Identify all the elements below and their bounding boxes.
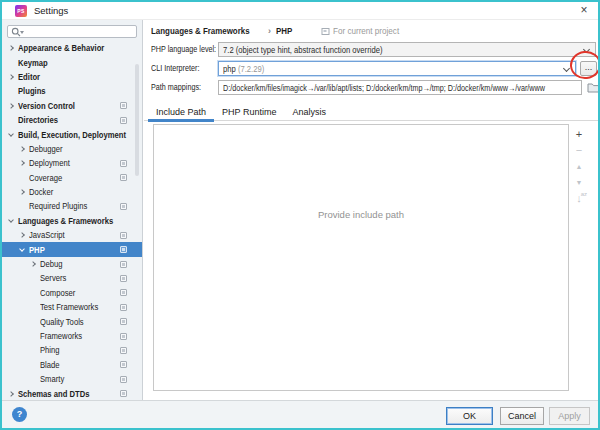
sidebar-item-label: Composer [40, 288, 75, 298]
language-level-select[interactable]: 7.2 (object type hint, abstract function… [218, 42, 596, 57]
tree-spacer [9, 61, 13, 65]
sidebar-item-label: Plugins [18, 86, 46, 96]
sidebar-item-label: Appearance & Behavior [18, 43, 104, 53]
sidebar-item-composer[interactable]: Composer [2, 286, 142, 300]
sidebar-item-docker[interactable]: Docker [2, 185, 142, 199]
sidebar-item-label: PHP [29, 245, 45, 255]
sidebar-item-plugins[interactable]: Plugins [2, 84, 142, 98]
tree-spacer [31, 305, 35, 309]
cli-interpreter-label: CLI Interpreter: [151, 63, 199, 73]
path-mappings-value: D:/docker/km/files/imagick→/var/lib/apt/… [223, 81, 545, 95]
language-level-label: PHP language level: [151, 44, 216, 54]
chevron-right-icon[interactable] [19, 146, 25, 152]
modified-indicator-icon [120, 289, 127, 296]
tree-spacer [31, 320, 35, 324]
modified-indicator-icon [120, 203, 127, 210]
ok-button[interactable]: OK [446, 407, 493, 425]
sidebar-item-debug[interactable]: Debug [2, 257, 142, 271]
chevron-right-icon[interactable] [19, 189, 25, 195]
sidebar-item-label: Version Control [18, 101, 75, 111]
modified-indicator-icon [120, 390, 127, 397]
include-path-panel[interactable]: Provide include path [153, 124, 569, 391]
sidebar-item-javascript[interactable]: JavaScript [2, 228, 142, 242]
sidebar-item-servers[interactable]: Servers [2, 271, 142, 285]
cli-interpreter-browse-button[interactable]: ... [580, 61, 597, 76]
settings-sidebar: Appearance & BehaviorKeymapEditorPlugins… [2, 20, 143, 400]
search-box[interactable] [7, 25, 137, 38]
sidebar-item-label: Servers [40, 273, 66, 283]
help-button[interactable]: ? [12, 407, 27, 422]
sidebar-item-deployment[interactable]: Deployment [2, 156, 142, 170]
sidebar-item-editor[interactable]: Editor [2, 70, 142, 84]
sidebar-item-coverage[interactable]: Coverage [2, 171, 142, 185]
tree-spacer [31, 377, 35, 381]
chevron-right-icon[interactable] [30, 261, 36, 267]
tree-spacer [20, 204, 24, 208]
sidebar-item-version-control[interactable]: Version Control [2, 99, 142, 113]
tree-spacer [31, 363, 35, 367]
path-mappings-folder-button[interactable] [586, 81, 600, 94]
sidebar-item-label: Quality Tools [40, 317, 84, 327]
window-title: Settings [34, 5, 68, 16]
chevron-down-icon[interactable] [8, 217, 14, 223]
chevron-right-icon[interactable] [8, 74, 14, 80]
tree-spacer [31, 291, 35, 295]
apply-button[interactable]: Apply [549, 407, 590, 425]
modified-indicator-icon [120, 102, 127, 109]
modified-indicator-icon [120, 246, 127, 253]
cli-interpreter-version: (7.2.29) [236, 64, 265, 74]
dialog-footer: ? OK Cancel Apply [2, 400, 598, 428]
sidebar-item-frameworks[interactable]: Frameworks [2, 329, 142, 343]
tree-spacer [31, 348, 35, 352]
sidebar-item-schemas-and-dtds[interactable]: Schemas and DTDs [2, 386, 142, 400]
chevron-right-icon[interactable] [19, 160, 25, 166]
chevron-down-icon[interactable] [8, 131, 14, 137]
tab-php-runtime[interactable]: PHP Runtime [214, 104, 284, 122]
sidebar-item-languages-frameworks[interactable]: Languages & Frameworks [2, 214, 142, 228]
path-mappings-field[interactable]: D:/docker/km/files/imagick→/var/lib/apt/… [218, 80, 582, 95]
tab-analysis[interactable]: Analysis [284, 104, 334, 122]
settings-search-input[interactable] [26, 26, 134, 37]
sidebar-item-debugger[interactable]: Debugger [2, 142, 142, 156]
sidebar-item-build-execution-deployment[interactable]: Build, Execution, Deployment [2, 127, 142, 141]
sidebar-item-label: Schemas and DTDs [18, 389, 89, 399]
sidebar-item-label: Deployment [29, 158, 70, 168]
sidebar-item-label: Debugger [29, 144, 63, 154]
cli-interpreter-value: php (7.2.29) [223, 62, 264, 76]
chevron-down-icon[interactable] [19, 246, 25, 252]
sidebar-item-smarty[interactable]: Smarty [2, 372, 142, 386]
chevron-right-icon[interactable] [19, 232, 25, 238]
sidebar-item-blade[interactable]: Blade [2, 358, 142, 372]
modified-indicator-icon [120, 347, 127, 354]
sidebar-item-php[interactable]: PHP [2, 242, 142, 256]
chevron-right-icon[interactable] [8, 103, 14, 109]
chevron-right-icon[interactable] [8, 45, 14, 51]
empty-list-hint: Provide include path [154, 209, 568, 220]
sidebar-item-required-plugins[interactable]: Required Plugins [2, 199, 142, 213]
breadcrumb-current: PHP [276, 26, 292, 36]
sidebar-item-label: Blade [40, 360, 60, 370]
sidebar-item-directories[interactable]: Directories [2, 113, 142, 127]
chevron-right-icon[interactable] [8, 391, 14, 397]
cancel-button[interactable]: Cancel [500, 407, 544, 425]
modified-indicator-icon [120, 160, 127, 167]
sidebar-scrollbar-thumb[interactable] [135, 64, 139, 176]
scope-label: For current project [333, 26, 399, 36]
close-icon[interactable]: × [577, 4, 591, 18]
project-scope-icon [321, 27, 330, 36]
modified-indicator-icon [120, 275, 127, 282]
sidebar-item-label: JavaScript [29, 230, 65, 240]
chevron-down-icon [583, 46, 590, 53]
sidebar-item-appearance-behavior[interactable]: Appearance & Behavior [2, 41, 142, 55]
sidebar-item-quality-tools[interactable]: Quality Tools [2, 314, 142, 328]
add-icon[interactable]: + [571, 126, 587, 142]
modified-indicator-icon [120, 333, 127, 340]
tab-include-path[interactable]: Include Path [148, 104, 214, 122]
title-bar: PS Settings × [2, 2, 598, 20]
sidebar-item-test-frameworks[interactable]: Test Frameworks [2, 300, 142, 314]
sidebar-item-phing[interactable]: Phing [2, 343, 142, 357]
cli-interpreter-select[interactable]: php (7.2.29) [218, 61, 576, 76]
settings-tree: Appearance & BehaviorKeymapEditorPlugins… [2, 41, 142, 400]
search-dropdown-caret-icon [20, 31, 24, 34]
sidebar-item-keymap[interactable]: Keymap [2, 55, 142, 69]
